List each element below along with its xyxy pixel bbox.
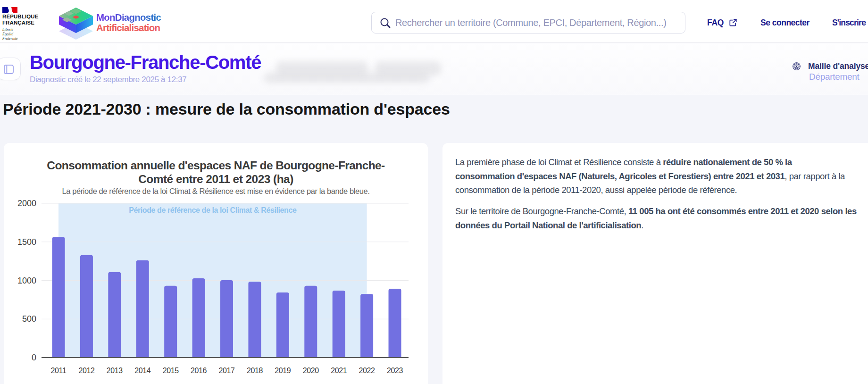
svg-text:2018: 2018 bbox=[247, 367, 263, 375]
svg-text:2016: 2016 bbox=[191, 367, 207, 375]
svg-text:2012: 2012 bbox=[78, 367, 94, 375]
svg-text:1000: 1000 bbox=[17, 276, 36, 285]
svg-text:2017: 2017 bbox=[219, 367, 235, 375]
svg-text:2021: 2021 bbox=[331, 367, 347, 375]
svg-text:1500: 1500 bbox=[17, 237, 36, 247]
svg-text:2020: 2020 bbox=[303, 367, 319, 375]
svg-text:0: 0 bbox=[32, 353, 36, 362]
svg-text:2019: 2019 bbox=[275, 367, 291, 375]
svg-text:2014: 2014 bbox=[134, 367, 150, 375]
svg-text:2011: 2011 bbox=[51, 367, 67, 375]
svg-text:2013: 2013 bbox=[107, 367, 123, 375]
svg-text:2000: 2000 bbox=[17, 200, 36, 208]
svg-text:Période de référence de la loi: Période de référence de la loi Climat & … bbox=[129, 206, 297, 214]
svg-text:2023: 2023 bbox=[387, 367, 403, 375]
svg-text:2022: 2022 bbox=[359, 367, 375, 375]
svg-text:500: 500 bbox=[22, 314, 36, 324]
svg-text:2015: 2015 bbox=[163, 367, 179, 375]
